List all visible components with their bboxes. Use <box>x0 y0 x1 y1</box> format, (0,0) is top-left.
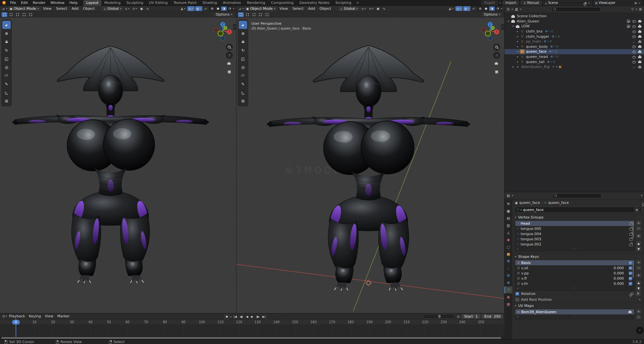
visibility-toggle[interactable]: ◭▾ <box>448 6 455 11</box>
shading-material-button[interactable]: ◑ <box>489 7 495 11</box>
workspace-tab[interactable]: Geometry Nodes <box>296 0 332 6</box>
properties-tab[interactable]: ⊛ <box>504 279 512 286</box>
shading-wireframe-button[interactable]: ◍ <box>477 7 483 11</box>
vertex-group-row[interactable]: ∷ tongue.003 <box>515 236 634 242</box>
tool-button[interactable]: ◎ <box>2 63 11 71</box>
eye-icon[interactable] <box>632 30 636 33</box>
editor-type-icon[interactable]: ⊿ <box>238 7 242 10</box>
filter-icon[interactable]: ▽ <box>631 7 635 11</box>
chevron-down-icon[interactable]: ▾ <box>6 7 7 10</box>
properties-tab[interactable]: ▣ <box>504 208 512 215</box>
scene-selector[interactable]: ◬ Scene ▣ × <box>543 1 592 5</box>
tool-button[interactable]: /// <box>239 72 247 80</box>
timeline-menu[interactable]: View <box>43 314 55 318</box>
select-intersect-button[interactable] <box>264 12 270 17</box>
object-name[interactable]: queen_tail <box>526 60 544 64</box>
navigation-gizmo[interactable]: Z X Y <box>479 20 501 42</box>
alien-model[interactable] <box>264 44 473 291</box>
display-mode-icon[interactable]: ▥ <box>514 7 518 11</box>
snap-target-button[interactable]: ∪▾ <box>124 6 130 11</box>
breadcrumb-object[interactable]: queen_face <box>519 201 540 205</box>
region-collapse-button[interactable]: ‹ <box>636 326 644 335</box>
expander-icon[interactable]: ▸ <box>516 30 520 33</box>
shape-key-row[interactable]: ⊡ v.ff 0.000 <box>515 276 634 281</box>
camera-visibility-icon[interactable] <box>638 55 642 59</box>
timeline-menu[interactable]: Playback <box>7 314 27 318</box>
timeline-ruler[interactable]: 10 20 30 40 50 60 70 80 90 100 110 <box>0 319 504 325</box>
tool-button[interactable]: ◺ <box>2 88 11 97</box>
tool-button[interactable]: ► <box>2 21 11 29</box>
expander-icon[interactable]: ▸ <box>516 35 520 38</box>
shape-key-checkbox[interactable] <box>629 271 632 275</box>
tool-button[interactable]: /// <box>2 72 11 80</box>
visibility-toggle[interactable]: ◭▾ <box>180 6 187 11</box>
shading-rendered-button[interactable]: ◔ <box>227 7 233 11</box>
workspace-tab[interactable]: Layout <box>83 0 101 6</box>
remove-vertex-group-button[interactable]: − <box>636 226 641 231</box>
shading-wireframe-button[interactable]: ◍ <box>209 7 215 11</box>
camera-visibility-icon[interactable] <box>638 50 642 53</box>
lock-icon[interactable] <box>629 243 632 246</box>
expander-icon[interactable]: ▾ <box>506 20 511 23</box>
chevron-down-icon[interactable]: ▾ <box>512 194 513 197</box>
move-up-button[interactable]: ▲ <box>636 280 641 285</box>
properties-tab[interactable]: ⊚ <box>504 272 512 279</box>
shape-key-value[interactable]: 0.000 <box>605 271 624 275</box>
workspace-tab[interactable]: Scripting <box>332 0 354 6</box>
shape-key-row[interactable]: ⊡ v.th 0.000 <box>515 281 634 286</box>
object-name[interactable]: pp_main <box>526 39 541 44</box>
options-button[interactable]: Options▾ <box>214 12 235 17</box>
select-set-button[interactable] <box>2 12 7 17</box>
properties-tab[interactable]: ∴ <box>504 265 512 272</box>
shape-key-row[interactable]: ⊡ Basis <box>515 260 634 265</box>
timeline-menu[interactable]: Keying <box>27 314 43 318</box>
shape-key-checkbox[interactable] <box>629 282 632 285</box>
workspace-tab[interactable]: UV Editing <box>146 0 170 6</box>
perspective-toggle-button[interactable]: ▦ <box>226 68 233 75</box>
object-name[interactable]: LOW <box>521 24 530 28</box>
current-frame-field[interactable]: 0 <box>424 314 455 319</box>
remove-shape-key-button[interactable]: − <box>636 265 641 270</box>
remove-uv-map-button[interactable]: − <box>636 314 641 319</box>
transport-button[interactable]: ◀| <box>239 314 244 319</box>
properties-tab[interactable]: ▢ <box>504 244 512 250</box>
snap-magnet-button[interactable]: ∩▾ <box>131 6 138 11</box>
outliner-search-input[interactable] <box>552 7 600 12</box>
shape-keys-panel-header[interactable]: ▾ Shape Keys ∷∷ <box>512 253 644 260</box>
selectability-checkbox[interactable] <box>627 25 630 28</box>
orientation-select[interactable]: ⊥Global▾ <box>338 6 359 11</box>
object-name[interactable]: queen_face <box>526 49 546 54</box>
copy-icon[interactable]: ▣ <box>634 1 637 5</box>
gizmo-toggle[interactable]: ◇▾ <box>455 6 463 11</box>
camera-visibility-icon[interactable] <box>638 35 642 38</box>
tool-button[interactable]: ⊞ <box>2 97 11 105</box>
close-icon[interactable]: × <box>588 1 590 5</box>
transport-button[interactable]: ◀ <box>245 314 249 319</box>
viewlayer-selector[interactable]: ▥ ViewLayer ▣ × <box>593 1 642 5</box>
move-down-button[interactable]: ▼ <box>636 246 641 251</box>
transport-button[interactable]: ▶ <box>250 314 254 319</box>
falloff-button[interactable]: ∿ <box>145 6 150 11</box>
expander-icon[interactable]: ▾ <box>511 25 515 28</box>
tool-button[interactable]: ◱ <box>2 55 11 63</box>
overlays-toggle[interactable]: ◎▾ <box>463 6 471 11</box>
properties-tab[interactable]: ■ <box>504 251 512 258</box>
zoom-button[interactable]: + <box>226 44 233 51</box>
render-camera-icon[interactable] <box>628 310 632 314</box>
add-uv-map-button[interactable]: + <box>636 309 641 314</box>
workspace-tab[interactable]: Rendering <box>244 0 268 6</box>
eye-icon[interactable] <box>632 55 636 59</box>
tool-button[interactable]: ⊕ <box>2 29 11 37</box>
viewport-menu[interactable]: Add <box>306 7 317 11</box>
viewport-menu[interactable]: View <box>41 7 53 11</box>
topbar-menu[interactable]: File <box>8 0 18 6</box>
outliner-row[interactable]: ▸ ▽ cloth_hugger ⚙ ∷ ▽ <box>504 34 644 39</box>
eye-icon[interactable] <box>632 40 636 43</box>
properties-tab[interactable]: ⚒ <box>504 201 512 207</box>
chevron-down-icon[interactable]: ▾ <box>512 8 513 11</box>
vertex-group-row[interactable]: ∷ tongue.002 <box>515 242 634 247</box>
timeline-scrollbar[interactable] <box>0 337 504 339</box>
xray-toggle[interactable]: ▱ <box>203 6 208 11</box>
zoom-button[interactable]: + <box>493 44 500 51</box>
object-name[interactable]: queen_body <box>526 45 548 49</box>
